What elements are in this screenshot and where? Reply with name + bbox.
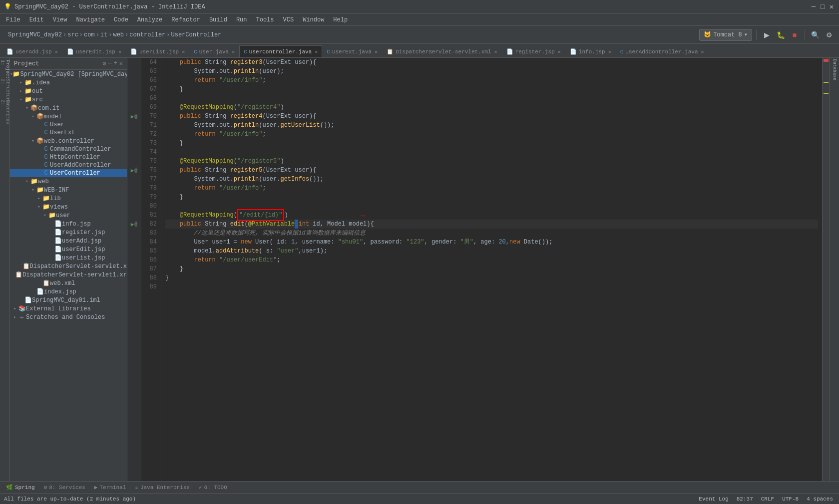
favorites-panel-toggle[interactable]: Z: Favorites <box>1 102 9 122</box>
status-crlf[interactable]: CRLF <box>759 496 776 502</box>
project-panel-toggle[interactable]: 1: Project <box>1 60 9 80</box>
tree-item-web[interactable]: ▾ 📁 web <box>10 177 127 186</box>
tree-item-registerjsp[interactable]: 📄 register.jsp <box>10 228 127 237</box>
tab-dispatcher-xml[interactable]: 📋 DispatcherServlet-servlet.xml ✕ <box>382 45 501 57</box>
title-bar-controls[interactable]: ─ □ ✕ <box>810 3 835 10</box>
tree-item-idea[interactable]: ▸ 📁 .idea <box>10 78 127 87</box>
tab-useradd[interactable]: 📄 userAdd.jsp ✕ <box>2 45 62 57</box>
tab-user[interactable]: C User.java ✕ <box>189 45 239 57</box>
minimize-btn[interactable]: ─ <box>810 3 817 10</box>
breadcrumb-usercontroller[interactable]: UserController <box>171 31 222 38</box>
tree-item-webcontroller[interactable]: ▾ 📦 web.controller <box>10 137 127 145</box>
gutter-70[interactable]: ▶ @ <box>127 112 141 121</box>
tab-register[interactable]: 📄 register.jsp ✕ <box>502 45 565 57</box>
tab-usercontroller-close[interactable]: ✕ <box>315 49 318 55</box>
run-gutter-icon-82[interactable]: ▶ <box>131 221 134 228</box>
tab-userlist[interactable]: 📄 userList.jsp ✕ <box>126 45 189 57</box>
menu-view[interactable]: View <box>49 15 71 24</box>
tab-usercontroller[interactable]: C UserController.java ✕ <box>239 45 322 57</box>
tab-useraddcontroller-close[interactable]: ✕ <box>701 49 704 55</box>
tree-item-userlistjsp[interactable]: 📄 userList.jsp <box>10 253 127 262</box>
tab-userext-close[interactable]: ✕ <box>375 49 378 55</box>
tree-item-usercontroller[interactable]: C UserController <box>10 169 127 177</box>
tree-item-dispatcher-xml[interactable]: 📋 DispatcherServlet-servlet.x <box>10 262 127 270</box>
gutter-76[interactable]: ▶ @ <box>127 166 141 175</box>
stop-button[interactable]: ■ <box>789 29 801 41</box>
tab-useredit-close[interactable]: ✕ <box>118 49 121 55</box>
tab-dispatcher-xml-close[interactable]: ✕ <box>494 49 497 55</box>
tree-collapse-icon[interactable]: — <box>108 60 111 67</box>
settings-btn[interactable]: ⚙ <box>823 29 835 41</box>
tree-item-views[interactable]: ▾ 📁 views <box>10 203 127 211</box>
tree-item-user-class[interactable]: C User <box>10 121 127 129</box>
tab-register-close[interactable]: ✕ <box>558 49 561 55</box>
code-content[interactable]: public String register3(UserExt user){ S… <box>161 58 822 481</box>
bottom-tab-todo[interactable]: ✓ 6: TODO <box>195 483 231 492</box>
menu-analyze[interactable]: Analyze <box>133 15 166 24</box>
tree-item-webinf[interactable]: ▾ 📁 WEB-INF <box>10 186 127 194</box>
tree-item-httpcontroller[interactable]: C HttpController <box>10 153 127 161</box>
menu-code[interactable]: Code <box>110 15 132 24</box>
tab-useradd-close[interactable]: ✕ <box>55 49 58 55</box>
tree-gear-icon[interactable]: ⚙ <box>102 60 106 67</box>
tab-useredit[interactable]: 📄 userEdit.jsp ✕ <box>62 45 126 57</box>
search-everywhere-btn[interactable]: 🔍 <box>809 29 821 41</box>
bottom-tab-terminal[interactable]: ▶ Terminal <box>90 483 130 492</box>
tree-expand-icon[interactable]: + <box>114 60 117 67</box>
close-btn[interactable]: ✕ <box>828 3 835 10</box>
tree-item-dispatcher-xml2[interactable]: 📋 DispatcherServlet-servlet1.xr <box>10 270 127 279</box>
run-gutter-icon-76[interactable]: ▶ <box>131 167 134 174</box>
menu-vcs[interactable]: VCS <box>279 15 298 24</box>
breadcrumb-web[interactable]: web <box>113 31 124 38</box>
tree-item-infojsp[interactable]: 📄 info.jsp <box>10 220 127 228</box>
bottom-tab-services[interactable]: ⚙ 8: Services <box>40 483 89 492</box>
tab-user-close[interactable]: ✕ <box>232 49 235 55</box>
tree-close-icon[interactable]: ✕ <box>119 60 123 67</box>
tree-item-useraddjsp[interactable]: 📄 userAdd.jsp <box>10 237 127 245</box>
menu-window[interactable]: Window <box>299 15 328 24</box>
breadcrumb-project[interactable]: SpringMVC_day02 <box>8 31 62 38</box>
status-position[interactable]: 82:37 <box>735 496 755 502</box>
tree-item-springmvc[interactable]: ▾ 📁 SpringMVC_day02 [SpringMVC_day0 <box>10 70 127 78</box>
tree-item-useraddcontroller[interactable]: C UserAddController <box>10 161 127 169</box>
debug-button[interactable]: 🐛 <box>775 29 787 41</box>
menu-edit[interactable]: Edit <box>25 15 48 24</box>
tree-item-webxml[interactable]: 📋 web.xml <box>10 279 127 287</box>
tree-item-scratches[interactable]: ▸ ✏ Scratches and Consoles <box>10 313 127 321</box>
menu-file[interactable]: File <box>2 15 24 24</box>
database-panel-toggle[interactable]: Database <box>831 60 839 80</box>
menu-build[interactable]: Build <box>205 15 231 24</box>
tree-item-comit[interactable]: ▾ 📦 com.it <box>10 104 127 112</box>
tree-item-lib[interactable]: ▸ 📁 lib <box>10 194 127 203</box>
run-gutter-icon[interactable]: ▶ <box>131 113 134 120</box>
bottom-tab-spring[interactable]: 🌿 Spring <box>2 483 39 492</box>
menu-refactor[interactable]: Refactor <box>167 15 204 24</box>
tree-item-user-folder[interactable]: ▾ 📁 user <box>10 211 127 220</box>
breadcrumb-com[interactable]: com <box>84 31 95 38</box>
breadcrumb-controller[interactable]: controller <box>129 31 165 38</box>
status-event-log[interactable]: Event Log <box>697 496 730 502</box>
tab-info[interactable]: 📄 info.jsp ✕ <box>565 45 616 57</box>
tree-item-model[interactable]: ▾ 📦 model <box>10 112 127 121</box>
status-indent[interactable]: 4 spaces <box>805 496 835 502</box>
tree-item-out[interactable]: ▸ 📁 out <box>10 87 127 95</box>
tree-item-userext-class[interactable]: C UserExt <box>10 129 127 137</box>
tab-userlist-close[interactable]: ✕ <box>182 49 185 55</box>
bottom-tab-javaenterprise[interactable]: ☕ Java Enterprise <box>131 483 194 492</box>
tomcat-button[interactable]: 🐱 Tomcat 8 ▾ <box>699 29 752 41</box>
maximize-btn[interactable]: □ <box>819 3 826 10</box>
tab-useraddcontroller[interactable]: C UserAddController.java ✕ <box>616 45 709 57</box>
structure-panel-toggle[interactable]: 2: Structure <box>1 81 9 101</box>
menu-run[interactable]: Run <box>232 15 251 24</box>
tab-userext[interactable]: C UserExt.java ✕ <box>322 45 382 57</box>
run-button[interactable]: ▶ <box>761 29 773 41</box>
tree-item-ext-libraries[interactable]: ▸ 📚 External Libraries <box>10 304 127 313</box>
tree-item-indexjsp[interactable]: 📄 index.jsp <box>10 287 127 296</box>
tree-item-commandcontroller[interactable]: C CommandController <box>10 145 127 153</box>
tree-item-iml[interactable]: 📄 SpringMVC_day01.iml <box>10 296 127 304</box>
tree-item-usereditjsp[interactable]: 📄 userEdit.jsp <box>10 245 127 253</box>
breadcrumb-it[interactable]: it <box>100 31 107 38</box>
menu-tools[interactable]: Tools <box>252 15 278 24</box>
breadcrumb-src[interactable]: src <box>67 31 78 38</box>
menu-help[interactable]: Help <box>329 15 352 24</box>
